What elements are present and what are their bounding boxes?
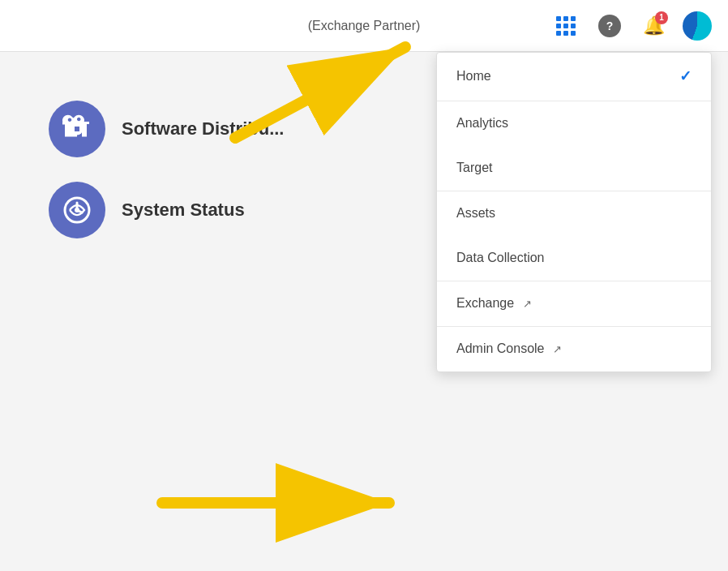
menu-item-data-collection[interactable]: Data Collection bbox=[437, 236, 711, 281]
menu-item-exchange-label: Exchange ↗ bbox=[456, 296, 532, 311]
menu-item-assets-label: Assets bbox=[456, 206, 495, 221]
menu-item-admin-console-label: Admin Console ↗ bbox=[456, 341, 562, 356]
menu-item-analytics[interactable]: Analytics bbox=[437, 101, 711, 146]
grid-icon bbox=[556, 16, 576, 36]
notifications-button[interactable]: 🔔 1 bbox=[639, 11, 668, 41]
software-distribution-icon bbox=[62, 114, 92, 144]
header: (Exchange Partner) ? 🔔 1 bbox=[0, 0, 728, 52]
tile-label-software: Software Distribu... bbox=[122, 118, 284, 140]
checkmark-icon: ✓ bbox=[679, 67, 692, 85]
header-title: (Exchange Partner) bbox=[308, 19, 421, 33]
tile-label-status: System Status bbox=[122, 200, 245, 221]
help-icon: ? bbox=[598, 15, 621, 37]
notification-badge: 1 bbox=[655, 11, 668, 24]
svg-point-2 bbox=[75, 208, 79, 213]
menu-item-analytics-label: Analytics bbox=[456, 116, 508, 131]
external-link-icon: ↗ bbox=[523, 298, 532, 310]
menu-item-target[interactable]: Target bbox=[437, 146, 711, 191]
tile-icon-software bbox=[49, 101, 105, 157]
app-switcher-dropdown: Home ✓ Analytics Target Assets Data Coll… bbox=[436, 52, 712, 372]
app-switcher-button[interactable] bbox=[551, 11, 580, 41]
system-status-icon bbox=[62, 195, 92, 225]
menu-item-data-collection-label: Data Collection bbox=[456, 251, 545, 265]
menu-item-admin-console[interactable]: Admin Console ↗ bbox=[437, 326, 711, 371]
help-button[interactable]: ? bbox=[595, 11, 624, 41]
avatar[interactable] bbox=[683, 11, 712, 41]
menu-item-exchange[interactable]: Exchange ↗ bbox=[437, 281, 711, 326]
header-actions: ? 🔔 1 bbox=[551, 11, 712, 41]
menu-item-home-label: Home bbox=[456, 69, 491, 84]
menu-item-assets[interactable]: Assets bbox=[437, 191, 711, 236]
menu-item-target-label: Target bbox=[456, 161, 492, 175]
menu-item-home[interactable]: Home ✓ bbox=[437, 53, 711, 101]
external-link-icon-2: ↗ bbox=[553, 343, 562, 355]
tile-icon-status bbox=[49, 182, 105, 238]
